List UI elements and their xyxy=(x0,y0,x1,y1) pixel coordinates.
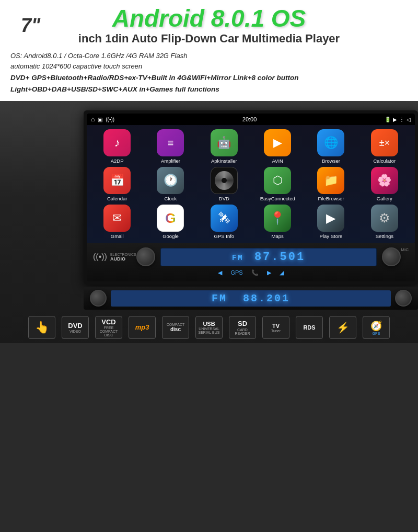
mic-label: MIC xyxy=(401,247,409,252)
feature-usb: USB UNIVERSAL SERIAL BUS xyxy=(195,316,223,339)
app-label-playstore: Play Store xyxy=(320,233,343,239)
app-avin[interactable]: ▶AVIN xyxy=(252,129,303,164)
app-icon-dvd xyxy=(211,167,238,194)
second-knob-left[interactable] xyxy=(90,290,107,307)
app-calendar[interactable]: 📅Calendar xyxy=(92,167,142,201)
app-label-gallery: Gallery xyxy=(377,196,392,201)
radio-band: FM xyxy=(232,254,244,262)
wifi-icon: ((•)) xyxy=(106,117,114,122)
radio-buttons-row: ◀ GPS 📞 ▶ ◢ xyxy=(93,269,409,276)
call-button[interactable]: 📞 xyxy=(251,269,259,276)
app-label-gpsinfo: GPS Info xyxy=(214,233,235,239)
radio-wave-icon: ((•)) xyxy=(93,252,107,262)
app-label-calendar: Calendar xyxy=(107,196,127,201)
app-clock[interactable]: 🕐Clock xyxy=(145,167,195,201)
features-strip: 👆 DVD VIDEO VCD FREE COMPACT DISC mp3 CO… xyxy=(0,312,418,343)
second-display: FM 88.201 xyxy=(111,290,391,307)
battery-icon: 🔋 xyxy=(385,117,391,122)
home-icon[interactable]: ⌂ xyxy=(91,116,95,123)
app-browser[interactable]: 🌐Browser xyxy=(306,129,356,164)
feature-dvd: DVD VIDEO xyxy=(62,316,89,339)
app-icon-browser: 🌐 xyxy=(317,129,344,156)
app-icon-clock: 🕐 xyxy=(157,167,184,194)
app-label-amplifier: Amplifier xyxy=(161,158,180,164)
app-label-a2dp: A2DP xyxy=(111,158,124,164)
screen-bezel: ⌂ ▣ ((•)) 20:00 🔋 ▶ ⋮ ◁ ♪A2DP≡Amplifi xyxy=(84,110,418,285)
spec-line-3: DVD+ GPS+Bluetooth+Radio/RDS+ex-TV+Built… xyxy=(10,72,408,84)
app-icon-amplifier: ≡ xyxy=(157,129,184,156)
app-amplifier[interactable]: ≡Amplifier xyxy=(145,129,195,164)
app-label-gmail: Gmail xyxy=(111,233,124,239)
radio-freq: 87.501 xyxy=(254,251,305,264)
app-maps[interactable]: 📍Maps xyxy=(252,205,303,239)
header-section: 7" Android 8.0.1 OS inch 1din Auto Flip-… xyxy=(0,0,418,101)
feature-vcd: VCD FREE COMPACT DISC xyxy=(95,316,122,339)
feature-tv: TV Tuner xyxy=(262,316,289,339)
app-label-apkinstaller: ApkInstaller xyxy=(211,158,237,164)
app-a2dp[interactable]: ♪A2DP xyxy=(92,129,142,164)
tuner-knob[interactable] xyxy=(382,247,401,266)
radio-display: FM 87.501 xyxy=(160,248,377,266)
app-apkinstaller[interactable]: 🤖ApkInstaller xyxy=(199,129,249,164)
feature-mp3: mp3 xyxy=(129,316,156,339)
app-filebrowser[interactable]: 📁FileBrowser xyxy=(306,167,356,201)
status-bar-right: 🔋 ▶ ⋮ ◁ xyxy=(385,117,411,122)
prev-button[interactable]: ◀ xyxy=(218,269,222,276)
app-label-google: Google xyxy=(162,233,179,239)
app-icon-avin: ▶ xyxy=(264,129,291,156)
back-icon[interactable]: ◁ xyxy=(407,117,411,122)
device-container: ⌂ ▣ ((•)) 20:00 🔋 ▶ ⋮ ◁ ♪A2DP≡Amplifi xyxy=(84,110,418,285)
app-label-browser: Browser xyxy=(322,158,340,164)
app-dvd[interactable]: DVD xyxy=(199,167,249,201)
sub-title: inch 1din Auto Flip-Down Car Multimedia … xyxy=(10,32,408,46)
feature-rds: RDS xyxy=(296,316,323,339)
app-label-clock: Clock xyxy=(165,196,177,201)
feature-bluetooth: ⚡ xyxy=(329,316,356,339)
app-icon-gallery: 🌸 xyxy=(371,167,398,194)
spec-line-2: automatic 1024*600 capactive touch scree… xyxy=(10,61,408,72)
android-screen: ⌂ ▣ ((•)) 20:00 🔋 ▶ ⋮ ◁ ♪A2DP≡Amplifi xyxy=(87,114,415,243)
radio-logo: ((•)) ELECTRONICS AUDIO xyxy=(93,252,136,262)
app-label-dvd: DVD xyxy=(219,196,229,201)
main-title: Android 8.0.1 OS xyxy=(10,5,408,32)
status-bar: ⌂ ▣ ((•)) 20:00 🔋 ▶ ⋮ ◁ xyxy=(87,114,415,125)
app-icon-easyconnected: ⬡ xyxy=(264,167,291,194)
size-label: 7" xyxy=(21,15,40,37)
app-gpsinfo[interactable]: 🛰GPS Info xyxy=(199,205,249,239)
app-label-filebrowser: FileBrowser xyxy=(318,196,344,201)
status-bar-left: ⌂ ▣ ((•)) xyxy=(91,116,114,123)
mode-button[interactable]: ◢ xyxy=(280,269,284,276)
app-icon-calculator: ±× xyxy=(371,129,398,156)
gps-button[interactable]: GPS xyxy=(230,269,242,276)
app-icon-gmail: ✉ xyxy=(103,205,131,232)
app-calculator[interactable]: ±×Calculator xyxy=(359,129,410,164)
spec-line-4: Light+OBD+DAB+USB/SD+SWC+AUX in+Games fu… xyxy=(10,84,408,95)
app-icon-apkinstaller: 🤖 xyxy=(211,129,238,156)
app-icon-settings: ⚙ xyxy=(371,205,398,232)
second-unit: FM 88.201 xyxy=(84,287,418,310)
radio-top-row: ((•)) ELECTRONICS AUDIO FM 87.501 MIC xyxy=(93,247,409,266)
app-label-maps: Maps xyxy=(272,233,284,239)
volume-knob[interactable] xyxy=(136,247,155,266)
app-easyconnected[interactable]: ⬡EasyConnected xyxy=(252,167,303,201)
app-icon-maps: 📍 xyxy=(264,205,291,232)
app-icon-calendar: 📅 xyxy=(103,167,131,194)
spec-line-1: OS: Android8.0.1 / Octa-Core 1.6GHz /4G … xyxy=(10,51,408,62)
app-google[interactable]: GGoogle xyxy=(145,205,195,239)
app-grid: ♪A2DP≡Amplifier🤖ApkInstaller▶AVIN🌐Browse… xyxy=(87,125,415,243)
radio-unit: ((•)) ELECTRONICS AUDIO FM 87.501 MIC xyxy=(87,243,415,281)
feature-touch: 👆 xyxy=(28,316,55,339)
feature-gps: 🧭 GPS xyxy=(363,316,390,339)
app-settings[interactable]: ⚙Settings xyxy=(359,205,410,239)
app-gallery[interactable]: 🌸Gallery xyxy=(359,167,410,201)
app-label-easyconnected: EasyConnected xyxy=(260,196,295,201)
app-icon-google: G xyxy=(157,205,184,232)
app-icon-gpsinfo: 🛰 xyxy=(211,205,238,232)
next-button[interactable]: ▶ xyxy=(267,269,271,276)
second-knob-right[interactable] xyxy=(395,290,412,307)
menu-icon[interactable]: ⋮ xyxy=(399,117,404,122)
app-gmail[interactable]: ✉Gmail xyxy=(92,205,142,239)
app-label-avin: AVIN xyxy=(272,158,283,164)
notif-icon: ▣ xyxy=(98,117,102,122)
app-playstore[interactable]: ▶Play Store xyxy=(306,205,356,239)
